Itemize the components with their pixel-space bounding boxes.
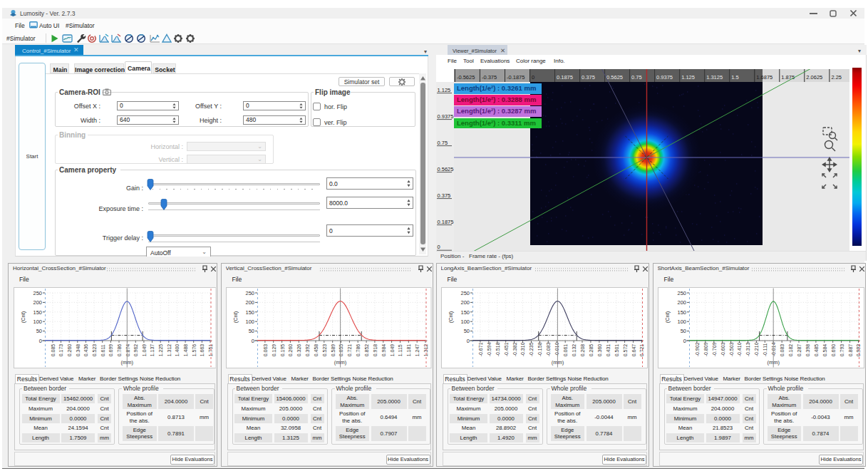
- svg-text:0.9375: 0.9375: [656, 74, 673, 81]
- svg-text:0.182: 0.182: [788, 344, 793, 357]
- svg-text:0.9375: 0.9375: [438, 113, 454, 120]
- svg-text:1.875: 1.875: [781, 74, 795, 81]
- svg-text:-0.451: -0.451: [504, 342, 509, 356]
- svg-text:150: 150: [245, 309, 254, 316]
- svg-text:-0.111: -0.111: [763, 343, 768, 356]
- svg-text:-0.410: -0.410: [738, 342, 743, 356]
- svg-text:0.721: 0.721: [347, 344, 352, 357]
- svg-text:(Cnt): (Cnt): [448, 311, 454, 323]
- svg-text:150: 150: [460, 309, 470, 316]
- svg-text:0.326: 0.326: [296, 344, 301, 357]
- svg-text:0.375: 0.375: [438, 192, 451, 199]
- svg-text:(Cnt): (Cnt): [664, 311, 671, 323]
- svg-text:-0.158: -0.158: [537, 342, 542, 356]
- svg-text:1.3125: 1.3125: [706, 74, 723, 81]
- svg-text:100: 100: [460, 319, 470, 325]
- svg-text:0.699: 0.699: [108, 344, 113, 357]
- svg-text:0.786: 0.786: [356, 344, 361, 357]
- svg-text:-0.1875: -0.1875: [507, 74, 525, 81]
- svg-text:0.431: 0.431: [606, 344, 611, 357]
- svg-text:-0.709: -0.709: [712, 342, 717, 356]
- svg-text:0.793: 0.793: [839, 344, 844, 357]
- svg-text:0.962: 0.962: [133, 344, 138, 357]
- svg-text:0.083: 0.083: [780, 344, 785, 357]
- svg-text:0.572: 0.572: [623, 344, 628, 357]
- svg-text:1.181: 1.181: [406, 344, 411, 357]
- svg-text:-0.603: -0.603: [720, 342, 725, 356]
- svg-text:100: 100: [33, 319, 42, 325]
- svg-text:1.6875: 1.6875: [756, 74, 773, 81]
- svg-text:1.400: 1.400: [175, 344, 180, 357]
- svg-text:1.312: 1.312: [166, 344, 171, 357]
- svg-text:250: 250: [33, 290, 42, 296]
- svg-text:-0.671: -0.671: [478, 342, 483, 356]
- svg-text:0.523: 0.523: [322, 344, 327, 357]
- svg-text:2.0625: 2.0625: [806, 74, 822, 81]
- svg-text:-0.313: -0.313: [746, 342, 751, 356]
- svg-text:250: 250: [460, 290, 470, 296]
- svg-text:1.115: 1.115: [398, 344, 403, 356]
- svg-text:1.488: 1.488: [183, 344, 188, 357]
- svg-text:0.285: 0.285: [589, 344, 594, 357]
- svg-text:(Cnt): (Cnt): [20, 311, 26, 323]
- svg-text:0: 0: [38, 338, 41, 344]
- svg-text:1.576: 1.576: [191, 344, 196, 357]
- svg-text:150: 150: [33, 309, 42, 316]
- svg-text:-0.902: -0.902: [695, 342, 700, 356]
- svg-text:50: 50: [249, 328, 254, 334]
- svg-text:-0.5625: -0.5625: [457, 74, 475, 81]
- svg-text:1.049: 1.049: [390, 344, 395, 357]
- svg-text:0.918: 0.918: [373, 344, 378, 357]
- svg-text:0.458: 0.458: [314, 344, 319, 357]
- svg-text:0.173: 0.173: [58, 344, 63, 357]
- svg-text:0.195: 0.195: [280, 344, 285, 357]
- svg-text:50: 50: [681, 328, 686, 334]
- svg-text:0: 0: [683, 338, 686, 344]
- svg-text:0.287: 0.287: [797, 344, 802, 357]
- svg-text:200: 200: [245, 299, 254, 306]
- svg-text:1.5: 1.5: [731, 74, 738, 81]
- svg-text:0.129: 0.129: [272, 344, 277, 357]
- svg-text:250: 250: [245, 290, 254, 296]
- svg-text:0.523: 0.523: [92, 344, 97, 357]
- svg-text:-0.503: -0.503: [729, 342, 734, 356]
- svg-text:2.25: 2.25: [831, 74, 842, 81]
- svg-text:-0.210: -0.210: [754, 342, 759, 356]
- svg-text:0.208: 0.208: [580, 344, 585, 357]
- svg-text:0.063: 0.063: [263, 344, 268, 357]
- svg-text:50: 50: [36, 328, 41, 334]
- svg-text:1.125: 1.125: [681, 74, 695, 81]
- svg-text:-0.375: -0.375: [482, 74, 497, 81]
- svg-text:0.132: 0.132: [572, 344, 577, 357]
- svg-text:200: 200: [33, 299, 42, 306]
- svg-text:0.348: 0.348: [75, 344, 80, 357]
- svg-text:0: 0: [252, 338, 254, 344]
- svg-text:1.137: 1.137: [150, 344, 155, 357]
- svg-text:250: 250: [677, 290, 686, 296]
- svg-text:0.436: 0.436: [83, 344, 88, 357]
- svg-text:1.247: 1.247: [415, 344, 420, 357]
- svg-text:-0.310: -0.310: [521, 342, 526, 356]
- svg-text:0.887: 0.887: [848, 344, 853, 357]
- svg-text:100: 100: [677, 319, 686, 325]
- svg-text:100: 100: [245, 319, 254, 325]
- svg-text:0.485: 0.485: [814, 344, 819, 357]
- svg-text:0.392: 0.392: [305, 344, 310, 357]
- svg-text:0.984: 0.984: [381, 344, 386, 357]
- svg-text:0.786: 0.786: [117, 344, 122, 357]
- svg-text:0.611: 0.611: [100, 344, 105, 356]
- svg-text:50: 50: [464, 328, 470, 334]
- svg-text:0: 0: [467, 338, 470, 344]
- svg-text:1.663: 1.663: [200, 344, 205, 357]
- svg-text:0.852: 0.852: [364, 344, 369, 357]
- svg-text:-0.809: -0.809: [703, 342, 708, 356]
- svg-text:0.5625: 0.5625: [606, 74, 623, 81]
- svg-text:0.260: 0.260: [288, 344, 293, 357]
- svg-text:0.75: 0.75: [631, 74, 642, 81]
- svg-text:0.085: 0.085: [50, 344, 55, 357]
- svg-text:-0.518: -0.518: [495, 342, 500, 356]
- svg-text:-0.382: -0.382: [512, 342, 517, 356]
- svg-text:0.874: 0.874: [125, 344, 130, 357]
- svg-text:0.061: 0.061: [563, 344, 568, 357]
- svg-text:1.125: 1.125: [438, 87, 451, 93]
